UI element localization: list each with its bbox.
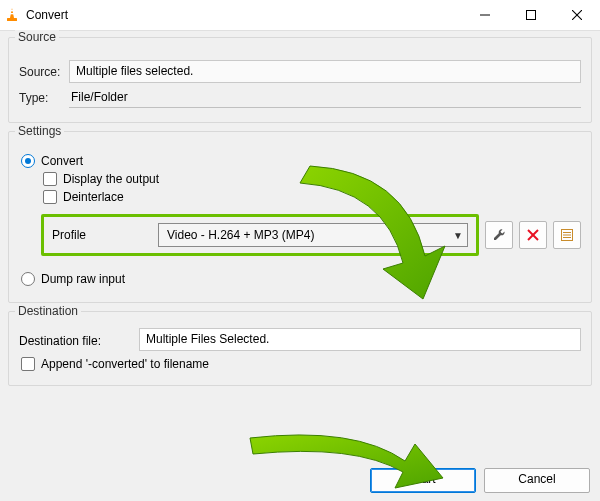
destination-field[interactable]: Multiple Files Selected.	[139, 328, 581, 351]
profile-label: Profile	[52, 228, 152, 242]
dialog-buttons: Start Cancel	[370, 468, 590, 493]
convert-radio-label: Convert	[41, 154, 83, 168]
group-source-title: Source	[15, 30, 59, 44]
display-output-label: Display the output	[63, 172, 159, 186]
start-button[interactable]: Start	[370, 468, 476, 493]
group-settings: Settings Convert Display the output Dein…	[8, 131, 592, 303]
type-label: Type:	[19, 91, 63, 105]
convert-radio[interactable]: Convert	[21, 154, 581, 168]
append-input[interactable]	[21, 357, 35, 371]
cancel-button[interactable]: Cancel	[484, 468, 590, 493]
display-output-checkbox[interactable]: Display the output	[43, 172, 581, 186]
window-title: Convert	[26, 8, 462, 22]
profile-select[interactable]: Video - H.264 + MP3 (MP4) ▼	[158, 223, 468, 247]
svg-rect-1	[10, 13, 15, 14]
append-checkbox[interactable]: Append '-converted' to filename	[21, 357, 581, 371]
group-destination: Destination Destination file: Multiple F…	[8, 311, 592, 386]
append-label: Append '-converted' to filename	[41, 357, 209, 371]
deinterlace-input[interactable]	[43, 190, 57, 204]
destination-label: Destination file:	[19, 334, 129, 348]
group-settings-title: Settings	[15, 124, 64, 138]
client-area: Source Source: Multiple files selected. …	[0, 30, 600, 501]
type-field: File/Folder	[69, 87, 581, 108]
wrench-icon	[492, 228, 506, 242]
dump-radio-input[interactable]	[21, 272, 35, 286]
edit-profile-button[interactable]	[485, 221, 513, 249]
new-profile-button[interactable]	[553, 221, 581, 249]
chevron-down-icon: ▼	[453, 230, 463, 241]
profile-row: Profile Video - H.264 + MP3 (MP4) ▼	[41, 214, 479, 256]
maximize-button[interactable]	[508, 0, 554, 30]
delete-profile-button[interactable]	[519, 221, 547, 249]
minimize-button[interactable]	[462, 0, 508, 30]
titlebar: Convert	[0, 0, 600, 30]
close-button[interactable]	[554, 0, 600, 30]
dump-radio[interactable]: Dump raw input	[21, 272, 581, 286]
delete-icon	[527, 229, 539, 241]
convert-radio-input[interactable]	[21, 154, 35, 168]
source-field: Multiple files selected.	[69, 60, 581, 83]
app-icon	[4, 7, 20, 23]
dump-radio-label: Dump raw input	[41, 272, 125, 286]
svg-rect-4	[527, 11, 536, 20]
deinterlace-label: Deinterlace	[63, 190, 124, 204]
svg-rect-0	[10, 10, 14, 11]
svg-rect-2	[7, 18, 17, 21]
new-profile-icon	[560, 228, 574, 242]
display-output-input[interactable]	[43, 172, 57, 186]
group-destination-title: Destination	[15, 304, 81, 318]
group-source: Source Source: Multiple files selected. …	[8, 37, 592, 123]
profile-select-value: Video - H.264 + MP3 (MP4)	[167, 228, 315, 242]
deinterlace-checkbox[interactable]: Deinterlace	[43, 190, 581, 204]
source-label: Source:	[19, 65, 63, 79]
